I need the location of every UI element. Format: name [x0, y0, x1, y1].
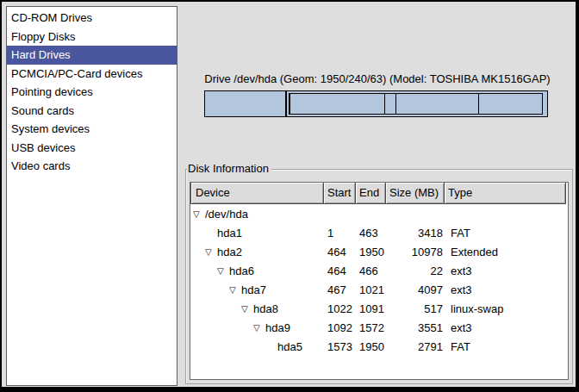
- cell-size: 3418: [388, 224, 447, 243]
- disk-information-label: Disk Information: [187, 162, 271, 176]
- tree-expander-icon[interactable]: ▽: [217, 262, 229, 281]
- device-name: /dev/hda: [205, 205, 248, 224]
- table-row-hda9[interactable]: ▽hda9109215723551ext3: [190, 319, 568, 338]
- table-row-hda7[interactable]: ▽hda746710214097ext3: [190, 281, 568, 300]
- cell-start: 1: [324, 224, 357, 243]
- cell-end: 1572: [357, 319, 388, 338]
- cell-end: 1950: [357, 243, 388, 262]
- sidebar-item-system-devices[interactable]: System devices: [7, 120, 177, 139]
- cell-end: 463: [357, 224, 388, 243]
- cell-type: linux-swap: [447, 300, 569, 319]
- cell-start: 1092: [324, 319, 357, 338]
- partition-segment-hda5: [478, 93, 544, 115]
- cell-size: 2791: [388, 338, 447, 357]
- cell-type: ext3: [447, 281, 569, 300]
- cell-end: 1950: [357, 338, 388, 357]
- partition-bar: [204, 90, 548, 117]
- sidebar-item-sound-cards[interactable]: Sound cards: [7, 102, 177, 121]
- cell-start: 464: [324, 243, 357, 262]
- table-row-hda5[interactable]: hda5157319502791FAT: [190, 338, 568, 357]
- disk-information-table: DeviceStartEndSize (MB)Type ▽/dev/hdahda…: [190, 182, 569, 380]
- device-category-list: CD-ROM DrivesFloppy DisksHard DrivesPCMC…: [6, 6, 177, 386]
- device-name: hda7: [241, 281, 266, 300]
- table-row-hda2[interactable]: ▽hda2464195010978Extended: [190, 243, 568, 262]
- cell-start: 464: [324, 262, 357, 281]
- sidebar-item-floppy-disks[interactable]: Floppy Disks: [7, 28, 177, 47]
- device-name: hda9: [265, 319, 290, 338]
- table-body: ▽/dev/hdahda114633418FAT▽hda246419501097…: [190, 204, 568, 357]
- hardware-browser-window: CD-ROM DrivesFloppy DisksHard DrivesPCMC…: [0, 0, 579, 392]
- column-header-start[interactable]: Start: [323, 183, 356, 204]
- tree-expander-icon[interactable]: ▽: [229, 281, 241, 300]
- device-name: hda5: [277, 338, 302, 357]
- drive-title: Drive /dev/hda (Geom: 1950/240/63) (Mode…: [185, 72, 570, 85]
- logical-partitions-container: [289, 93, 545, 115]
- partition-segment-hda8: [384, 93, 396, 115]
- tree-expander-icon[interactable]: ▽: [253, 319, 265, 338]
- cell-size: 22: [388, 262, 447, 281]
- partition-segment-hda9: [395, 93, 478, 115]
- tree-expander-icon[interactable]: ▽: [193, 205, 205, 224]
- cell-type: Extended: [447, 243, 569, 262]
- disk-information-frame: Disk Information DeviceStartEndSize (MB)…: [185, 169, 573, 384]
- sidebar-item-usb-devices[interactable]: USB devices: [7, 139, 177, 158]
- cell-size: 3551: [388, 319, 447, 338]
- partition-segment-hda2: [286, 90, 548, 117]
- cell-type: FAT: [447, 224, 569, 243]
- column-header-type[interactable]: Type: [444, 183, 566, 204]
- cell-type: FAT: [447, 338, 569, 357]
- sidebar-item-video-cards[interactable]: Video cards: [7, 157, 177, 176]
- sidebar-item-hard-drives[interactable]: Hard Drives: [7, 46, 177, 65]
- sidebar-item-cd-rom-drives[interactable]: CD-ROM Drives: [7, 9, 177, 28]
- cell-type: ext3: [447, 319, 569, 338]
- tree-expander-icon[interactable]: ▽: [241, 300, 253, 319]
- table-row-hda6[interactable]: ▽hda646446622ext3: [190, 262, 568, 281]
- device-name: hda8: [253, 300, 278, 319]
- table-row-hda1[interactable]: hda114633418FAT: [190, 224, 568, 243]
- partition-segment-hda1: [204, 90, 286, 117]
- cell-start: 467: [324, 281, 357, 300]
- device-name: hda2: [217, 243, 242, 262]
- cell-size: 4097: [388, 281, 447, 300]
- cell-start: 1022: [324, 300, 357, 319]
- cell-size: [388, 205, 447, 224]
- cell-end: 1021: [357, 281, 388, 300]
- device-name: hda1: [217, 224, 242, 243]
- cell-end: 1091: [357, 300, 388, 319]
- cell-start: [324, 205, 357, 224]
- table-row-hda8[interactable]: ▽hda810221091517linux-swap: [190, 300, 568, 319]
- sidebar-item-pointing-devices[interactable]: Pointing devices: [7, 83, 177, 102]
- cell-start: 1573: [324, 338, 357, 357]
- column-header-size-mb-[interactable]: Size (MB): [385, 183, 445, 204]
- tree-expander-icon[interactable]: ▽: [205, 243, 217, 262]
- sidebar-item-pcmcia-pc-card-devices[interactable]: PCMCIA/PC-Card devices: [7, 65, 177, 84]
- table-header-row: DeviceStartEndSize (MB)Type: [190, 183, 568, 204]
- column-header-device[interactable]: Device: [190, 183, 324, 204]
- cell-end: 466: [357, 262, 388, 281]
- column-header-end[interactable]: End: [355, 183, 386, 204]
- cell-end: [357, 205, 388, 224]
- table-row--dev-hda[interactable]: ▽/dev/hda: [190, 205, 568, 224]
- device-name: hda6: [229, 262, 254, 281]
- partition-segment-hda7: [290, 93, 385, 115]
- cell-type: [447, 205, 569, 224]
- cell-size: 10978: [388, 243, 447, 262]
- cell-size: 517: [388, 300, 447, 319]
- cell-type: ext3: [447, 262, 569, 281]
